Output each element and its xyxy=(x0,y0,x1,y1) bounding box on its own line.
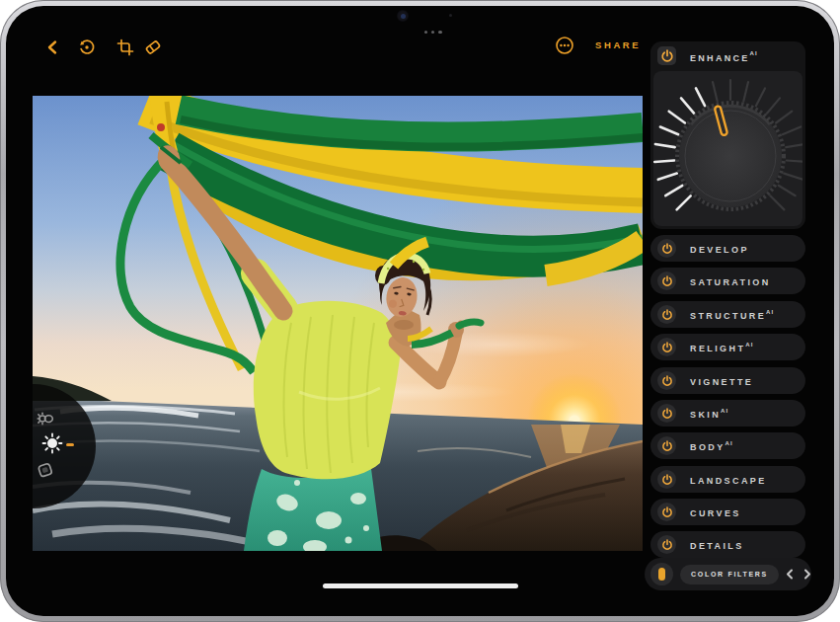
more-options-button[interactable] xyxy=(554,35,575,56)
screen: SHARE xyxy=(6,6,834,616)
eraser-button[interactable] xyxy=(142,37,164,58)
enhance-panel: ENHANCEAI xyxy=(650,41,805,229)
adjustments-tool[interactable] xyxy=(41,432,63,454)
color-filters-label: COLOR FILTERS xyxy=(691,571,768,578)
home-indicator[interactable] xyxy=(323,583,518,588)
adjustment-row-structure[interactable]: STRUCTUREAI xyxy=(650,301,805,328)
crop-icon xyxy=(116,39,134,56)
adjustments-sun-icon xyxy=(41,432,63,454)
power-toggle[interactable] xyxy=(657,338,676,356)
enhance-knob[interactable] xyxy=(653,71,802,226)
power-icon xyxy=(661,539,673,551)
adjustment-row-landscape[interactable]: LANDSCAPE xyxy=(650,466,805,493)
more-ellipsis-icon xyxy=(555,36,574,55)
power-icon xyxy=(661,408,673,420)
next-filter-button[interactable] xyxy=(802,568,812,582)
undo-revert-button[interactable] xyxy=(76,37,98,58)
ipad-device-frame: SHARE xyxy=(0,0,840,622)
eraser-icon xyxy=(143,39,163,56)
selected-tool-indicator xyxy=(66,443,74,446)
share-button[interactable]: SHARE xyxy=(589,39,647,51)
row-label: RELIGHTAI xyxy=(690,342,753,353)
power-icon xyxy=(660,49,674,63)
power-icon xyxy=(661,275,673,287)
previous-filter-button[interactable] xyxy=(785,568,796,582)
photo-canvas[interactable] xyxy=(33,96,643,551)
row-label: SKINAI xyxy=(690,408,728,420)
row-label: DETAILS xyxy=(690,539,744,551)
auto-enhance-icon xyxy=(36,409,55,428)
power-icon xyxy=(661,375,673,387)
adjustment-row-curves[interactable]: CURVES xyxy=(650,499,805,525)
power-icon xyxy=(661,474,673,486)
power-icon xyxy=(661,309,673,321)
adjustment-row-vignette[interactable]: VIGNETTE xyxy=(650,367,805,394)
enhance-knob-zone xyxy=(653,71,802,226)
adjustment-row-relight[interactable]: RELIGHTAI xyxy=(650,334,805,360)
row-label: STRUCTUREAI xyxy=(690,309,774,321)
adjustment-row-details[interactable]: DETAILS xyxy=(650,531,805,558)
power-toggle[interactable] xyxy=(657,436,676,455)
color-filters-thumbnail-icon xyxy=(658,568,665,581)
crop-button[interactable] xyxy=(115,37,136,58)
row-label: DEVELOP xyxy=(690,243,749,255)
adjustment-row-saturation[interactable]: SATURATION xyxy=(650,268,805,294)
color-filters-button[interactable]: COLOR FILTERS xyxy=(680,565,779,584)
mic-dot xyxy=(449,14,452,17)
adjustment-row-body[interactable]: BODYAI xyxy=(650,432,805,459)
power-toggle[interactable] xyxy=(657,371,676,390)
front-camera xyxy=(397,10,409,22)
chevron-left-icon xyxy=(785,569,796,580)
power-toggle[interactable] xyxy=(657,404,676,423)
multitask-indicator-icon[interactable] xyxy=(424,31,442,34)
power-icon xyxy=(661,342,673,353)
row-label: VIGNETTE xyxy=(690,375,753,387)
adjustment-row-skin[interactable]: SKINAI xyxy=(650,400,805,427)
power-icon xyxy=(661,506,673,518)
power-toggle[interactable] xyxy=(657,470,676,489)
power-toggle[interactable] xyxy=(657,272,676,290)
chevron-left-icon xyxy=(45,39,61,55)
power-toggle[interactable] xyxy=(657,239,676,258)
color-filters-bar: COLOR FILTERS xyxy=(645,558,811,590)
row-label: BODYAI xyxy=(690,440,733,452)
enhance-header: ENHANCEAI xyxy=(650,41,805,71)
chevron-right-icon xyxy=(802,569,812,580)
filter-thumbnail-button[interactable] xyxy=(650,563,673,585)
row-label: LANDSCAPE xyxy=(690,474,767,486)
back-button[interactable] xyxy=(42,37,64,58)
row-label: SATURATION xyxy=(690,275,771,287)
enhance-power-button[interactable] xyxy=(657,46,676,65)
power-toggle[interactable] xyxy=(657,503,676,521)
power-icon xyxy=(661,440,673,452)
power-toggle[interactable] xyxy=(657,305,676,324)
row-label: CURVES xyxy=(690,506,741,518)
enhance-label: ENHANCEAI xyxy=(690,50,758,63)
revert-icon xyxy=(78,39,96,56)
power-icon xyxy=(661,243,673,255)
adjustment-row-develop[interactable]: DEVELOP xyxy=(650,235,805,262)
power-toggle[interactable] xyxy=(657,535,676,554)
filters-tool[interactable] xyxy=(35,459,56,481)
filters-icon xyxy=(36,460,55,480)
auto-enhance-tool[interactable] xyxy=(35,408,56,429)
